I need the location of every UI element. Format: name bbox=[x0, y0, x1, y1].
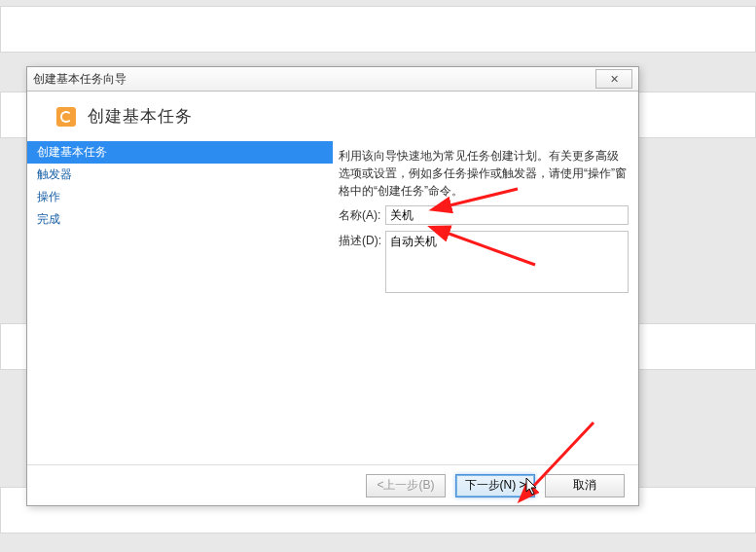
close-button[interactable]: ✕ bbox=[595, 69, 632, 89]
sidebar-item-label: 完成 bbox=[37, 212, 60, 226]
sidebar-item-create-basic-task[interactable]: 创建基本任务 bbox=[27, 141, 333, 164]
cancel-button[interactable]: 取消 bbox=[545, 474, 625, 497]
description-input[interactable] bbox=[385, 231, 629, 293]
close-icon: ✕ bbox=[610, 73, 619, 86]
sidebar: 创建基本任务 触发器 操作 完成 bbox=[27, 141, 333, 464]
sidebar-item-label: 操作 bbox=[37, 190, 60, 203]
body: 创建基本任务 触发器 操作 完成 利用该向导快速地为常见任务创建计划。有关更多高… bbox=[27, 141, 638, 464]
sidebar-item-label: 触发器 bbox=[37, 167, 72, 181]
sidebar-item-action[interactable]: 操作 bbox=[27, 186, 333, 208]
name-label: 名称(A): bbox=[339, 205, 385, 225]
back-button: <上一步(B) bbox=[366, 474, 446, 497]
description-row: 描述(D): bbox=[339, 231, 629, 293]
sidebar-item-finish[interactable]: 完成 bbox=[27, 208, 333, 231]
header-title: 创建基本任务 bbox=[88, 105, 193, 128]
name-input[interactable] bbox=[385, 205, 629, 225]
next-button[interactable]: 下一步(N) > bbox=[455, 474, 535, 497]
description-label: 描述(D): bbox=[339, 231, 385, 293]
name-row: 名称(A): bbox=[339, 205, 629, 225]
bg-row bbox=[0, 6, 756, 53]
wizard-description: 利用该向导快速地为常见任务创建计划。有关更多高级选项或设置，例如多任务操作或触发… bbox=[339, 147, 629, 200]
sidebar-item-trigger[interactable]: 触发器 bbox=[27, 164, 333, 186]
wizard-icon bbox=[56, 107, 76, 127]
wizard-dialog: 创建基本任务向导 ✕ 创建基本任务 创建基本任务 触发器 操作 完成 利用该向导… bbox=[26, 66, 639, 506]
header-section: 创建基本任务 bbox=[27, 92, 638, 141]
dialog-title: 创建基本任务向导 bbox=[33, 71, 595, 88]
sidebar-item-label: 创建基本任务 bbox=[37, 145, 107, 159]
content-pane: 利用该向导快速地为常见任务创建计划。有关更多高级选项或设置，例如多任务操作或触发… bbox=[333, 141, 638, 464]
titlebar: 创建基本任务向导 ✕ bbox=[27, 67, 638, 92]
footer: <上一步(B) 下一步(N) > 取消 bbox=[27, 464, 638, 505]
